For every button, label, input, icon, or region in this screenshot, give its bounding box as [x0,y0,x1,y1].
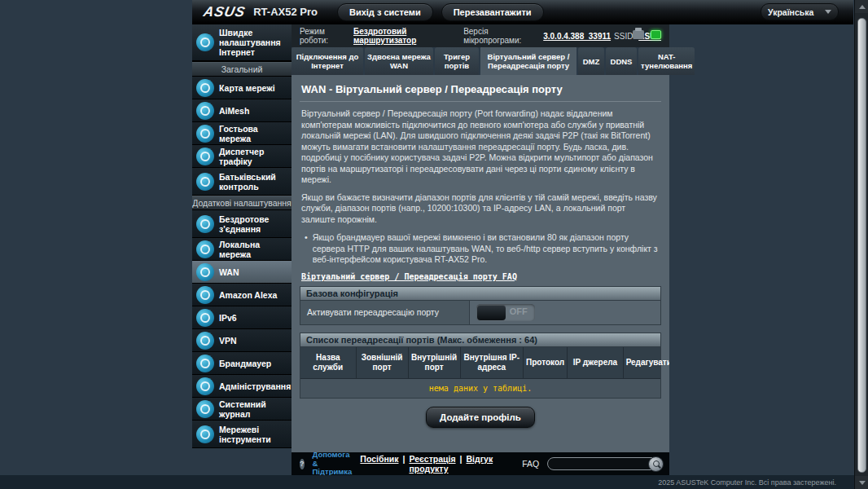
scroll-down-button[interactable] [855,476,868,489]
sidebar-item-label: Адміністрування [219,381,291,391]
col-protocol: Протокол [524,347,568,378]
reboot-button[interactable]: Перезавантажити [441,3,544,21]
help-icon: ? [300,459,305,469]
footer-bar: ? Допомога & Підтримка Посібник | Реєстр… [292,452,669,475]
language-label: Українська [768,7,813,17]
sidebar-item-label: Диспетчер трафіку [219,147,287,166]
network-map-icon [196,79,214,97]
port-forwarding-faq-link[interactable]: Віртуальний сервер / Переадресація порту… [301,272,517,281]
sidebar-item-guest-network[interactable]: Гостьова мережа [192,122,292,145]
port-forwarding-toggle[interactable]: OFF [476,304,535,321]
amazon-alexa-icon [196,286,214,304]
copyright-text: 2025 ASUSTeK Computer Inc. Всі права зас… [658,478,836,487]
sidebar-section-general: Загальний [192,62,292,77]
copyright-strip: 2025 ASUSTeK Computer Inc. Всі права зас… [0,475,854,489]
sidebar-item-label: Батьківський контроль [219,172,287,192]
firmware-version-link[interactable]: 3.0.0.4.388_33911 [543,32,611,41]
system-log-icon [196,400,214,418]
sidebar-item-aimesh[interactable]: AiMesh [192,99,292,122]
firewall-icon [196,355,214,372]
network-tools-icon [196,425,214,443]
guest-network-icon [196,125,214,143]
page-title: WAN - Віртуальний сервер / Переадресація… [300,82,661,102]
faq-search [547,457,663,470]
sidebar-item-vpn[interactable]: VPN [192,329,292,352]
aimesh-icon [196,102,214,120]
sidebar-item-administration[interactable]: Адміністрування [192,375,292,398]
sidebar-section-advanced: Додаткові налаштування [192,196,292,210]
tab-dual-wan[interactable]: Здвоєна мережа WAN [365,47,433,75]
manual-link[interactable]: Посібник [360,454,398,474]
col-internal-port: Внутрішній порт [409,347,461,378]
sidebar: Швидке налаштування Інтернет Загальний К… [192,24,292,448]
feedback-link[interactable]: Відгук [467,454,493,474]
enable-port-forwarding-value: OFF [470,301,660,324]
sidebar-item-system-log[interactable]: Системний журнал [192,398,292,421]
col-edit: Редагувати [624,347,669,378]
chevron-down-icon [825,10,831,14]
search-icon[interactable] [648,456,664,472]
internet-status-icon[interactable] [651,30,661,39]
footer-links: Посібник | Реєстрація продукту | Відгук [360,454,493,474]
printer-icon[interactable] [633,30,644,39]
add-profile-row: Додайте профіль [300,407,661,428]
sidebar-item-ipv6[interactable]: IPv6 [192,306,292,329]
sidebar-item-label: Швидке налаштування Інтернет [219,28,287,57]
toggle-knob [477,305,506,320]
bullet-glyph: • [305,232,308,266]
wan-icon [196,263,214,281]
sidebar-item-firewall[interactable]: Брандмауер [192,352,292,375]
sidebar-item-network-map[interactable]: Карта мережі [192,77,292,99]
sidebar-item-amazon-alexa[interactable]: Amazon Alexa [192,284,292,306]
note-bullet: • Якщо брандмауер вашої мережі вимкнено … [300,232,661,266]
sidebar-item-label: Гостьова мережа [219,124,287,143]
traffic-manager-icon [196,148,214,165]
sidebar-item-lan[interactable]: Локальна мережа [192,238,292,261]
empty-table-message: нема даних у таблиці. [300,378,660,398]
sidebar-item-traffic-manager[interactable]: Диспетчер трафіку [192,145,292,168]
tab-dmz[interactable]: DMZ [578,47,604,75]
wan-tabs: Підключення до Інтернет Здвоєна мережа W… [292,47,669,75]
support-link[interactable]: Допомога & Підтримка [313,451,353,477]
vertical-scrollbar[interactable] [854,0,868,489]
add-profile-button[interactable]: Додайте профіль [426,407,535,428]
description-paragraph-1: Віртуальний сервер / Переадресація порту… [300,108,661,186]
forward-list-table: Назва служби Зовнішній порт Внутрішній п… [300,346,661,399]
scrollbar-thumb[interactable] [857,18,866,473]
administration-icon [196,377,214,395]
main-column: Режим роботи: Бездротовий маршрутизатор … [292,24,669,475]
tab-ddns[interactable]: DDNS [606,47,637,75]
sidebar-item-label: Карта мережі [219,83,275,93]
logout-button[interactable]: Вихід з системи [337,3,433,21]
sidebar-item-quick-internet-setup[interactable]: Швидке налаштування Інтернет [192,24,292,62]
sidebar-item-network-tools[interactable]: Мережеві інструменти [192,421,292,448]
tab-port-trigger[interactable]: Тригер портів [435,47,479,75]
sidebar-item-label: Брандмауер [219,359,271,368]
vpn-icon [196,332,214,350]
sidebar-item-wireless[interactable]: Бездротове з'єднання [192,210,292,238]
sidebar-item-label: IPv6 [219,313,237,323]
faq-label: FAQ [522,459,539,469]
basic-config-section-header: Базова конфігурація [300,286,661,300]
col-internal-ip: Внутрішня IP-адреса [461,347,524,378]
operation-mode-link[interactable]: Бездротовий маршрутизатор [353,27,460,45]
top-banner: ASUS RT-AX52 Pro Вихід з системи Перезав… [192,0,853,24]
sidebar-item-parental-control[interactable]: Батьківський контроль [192,168,292,196]
router-model: RT-AX52 Pro [253,6,318,18]
product-registration-link[interactable]: Реєстрація продукту [409,454,455,474]
tab-internet-connection[interactable]: Підключення до Інтернет [292,47,363,75]
scroll-up-button[interactable] [855,0,868,13]
sidebar-item-wan[interactable]: WAN [192,261,292,284]
col-external-port: Зовнішній порт [357,347,409,378]
link-separator: | [460,454,462,474]
tab-virtual-server-port-forwarding[interactable]: Віртуальний сервер / Переадресація порту [480,47,576,75]
quick-setup-icon [196,33,214,51]
sidebar-item-label: Бездротове з'єднання [219,214,287,234]
basic-config-table: Активувати переадресацію порту OFF [300,300,661,325]
col-source-ip: IP джерела [568,347,624,378]
enable-port-forwarding-label: Активувати переадресацію порту [300,301,470,324]
language-dropdown[interactable]: Українська [761,3,839,20]
forward-list-header-row: Назва служби Зовнішній порт Внутрішній п… [300,347,660,378]
tab-nat-passthrough[interactable]: NAT-тунелювання [638,47,695,75]
sidebar-item-label: VPN [219,336,237,346]
